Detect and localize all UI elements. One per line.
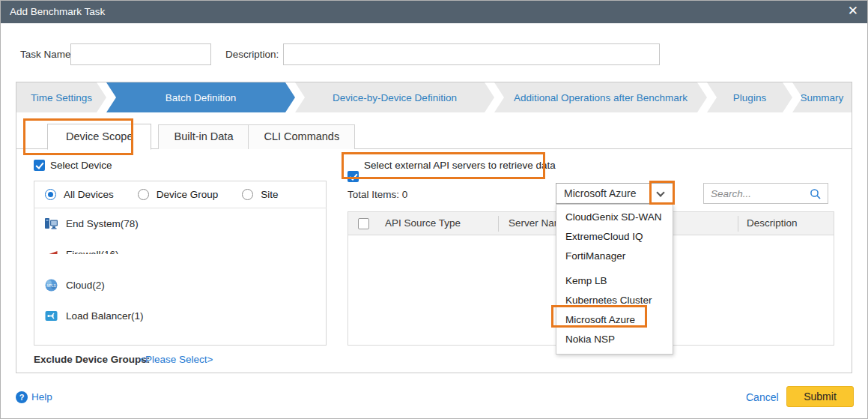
cloud-icon: MPLS — [44, 278, 58, 292]
add-benchmark-task-dialog: Add Benchmark Task ✕ Task Name: Descript… — [0, 0, 868, 419]
external-api-label: Select external API servers to retrieve … — [364, 160, 556, 171]
list-item-load-balancer[interactable]: Load Balancer(1) — [34, 305, 327, 326]
wizard-step-additional-operations[interactable]: Additional Operations after Benchmark — [494, 82, 707, 112]
external-api-checkbox[interactable] — [347, 171, 359, 182]
wizard-step-batch-definition[interactable]: Batch Definition — [106, 82, 295, 112]
tabbar: Device Scope Built-in Data CLI Commands — [47, 123, 355, 149]
svg-text:MPLS: MPLS — [46, 283, 55, 287]
list-item-firewall[interactable]: Firewall(16) — [34, 244, 327, 265]
list-item-cloud[interactable]: MPLS Cloud(2) — [34, 274, 327, 295]
tab-device-scope[interactable]: Device Scope — [47, 124, 151, 150]
select-device-label: Select Device — [50, 160, 112, 171]
total-items-text: Total Items: 0 — [347, 189, 407, 200]
server-type-select[interactable]: Microsoft Azure — [556, 183, 673, 204]
radio-site-label: Site — [261, 189, 278, 200]
wizard-step-plugins[interactable]: Plugins — [707, 82, 792, 112]
server-type-select-value: Microsoft Azure — [564, 184, 636, 203]
dialog-title: Add Benchmark Task — [10, 1, 105, 23]
device-label: Load Balancer(1) — [66, 310, 144, 322]
tab-cli-commands[interactable]: CLI Commands — [248, 124, 355, 149]
task-name-input[interactable] — [70, 43, 211, 65]
load-balancer-icon — [44, 309, 58, 323]
search-icon[interactable] — [810, 188, 822, 200]
col-description: Description — [747, 212, 798, 235]
firewall-icon — [44, 247, 58, 262]
exclude-device-groups-label: Exclude Device Groups: — [34, 354, 150, 365]
cancel-button[interactable]: Cancel — [746, 391, 779, 403]
search-box — [703, 183, 828, 204]
option-microsoft-azure[interactable]: Microsoft Azure — [556, 310, 673, 330]
server-type-dropdown-list: CloudGenix SD-WAN ExtremeCloud IQ FortiM… — [556, 204, 673, 355]
list-item-end-system[interactable]: End System(78) — [34, 213, 327, 234]
device-label: End System(78) — [66, 218, 139, 229]
close-icon[interactable]: ✕ — [848, 1, 858, 23]
option-extremecloud-iq[interactable]: ExtremeCloud IQ — [556, 227, 673, 247]
description-input[interactable] — [283, 43, 660, 65]
help-icon[interactable]: ? — [16, 391, 28, 403]
tab-built-in-data[interactable]: Built-in Data — [158, 124, 249, 149]
wizard-step-summary[interactable]: Summary — [792, 82, 852, 112]
task-name-label: Task Name: — [20, 43, 73, 65]
end-system-icon — [44, 217, 58, 231]
option-nokia-nsp[interactable]: Nokia NSP — [556, 330, 673, 349]
radio-all-devices[interactable] — [45, 189, 56, 200]
column-divider — [738, 216, 738, 232]
device-label: Firewall(16) — [66, 249, 119, 260]
radio-device-group[interactable] — [138, 189, 149, 200]
submit-button[interactable]: Submit — [786, 386, 854, 407]
column-divider — [498, 216, 499, 232]
col-api-source-type: API Source Type — [385, 212, 461, 235]
wizard-step-device-by-device[interactable]: Device-by-Device Definition — [295, 82, 494, 112]
option-fortimanager[interactable]: FortiManager — [556, 247, 673, 266]
select-all-checkbox[interactable] — [358, 218, 369, 229]
device-type-list: End System(78) Firewall(16) MPLS Cloud(2… — [34, 213, 327, 336]
option-kubernetes-cluster[interactable]: Kubernetes Cluster — [556, 291, 673, 310]
radio-site[interactable] — [242, 189, 253, 200]
option-cloudgenix-sd-wan[interactable]: CloudGenix SD-WAN — [556, 208, 673, 227]
description-label: Description: — [225, 43, 279, 65]
radio-device-group-label: Device Group — [157, 189, 219, 200]
select-device-checkbox[interactable] — [34, 160, 45, 171]
dialog-titlebar — [1, 1, 867, 23]
chevron-down-icon[interactable] — [656, 188, 664, 196]
wizard-steps: Time Settings Batch Definition Device-by… — [16, 82, 852, 112]
option-kemp-lb[interactable]: Kemp LB — [556, 271, 673, 291]
wizard-step-time-settings[interactable]: Time Settings — [16, 82, 106, 112]
radio-all-devices-label: All Devices — [64, 189, 114, 200]
help-link[interactable]: Help — [31, 391, 52, 403]
device-filter-radios: All Devices Device Group Site — [34, 181, 327, 208]
device-label: Cloud(2) — [66, 280, 105, 291]
exclude-device-groups-link[interactable]: <Please Select> — [139, 354, 213, 365]
